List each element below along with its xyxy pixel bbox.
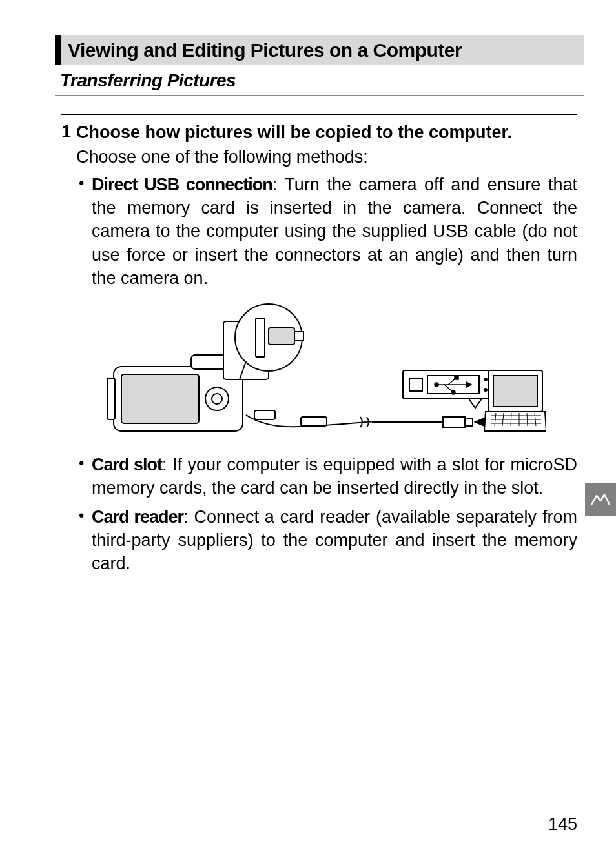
bullet-card-reader: Card reader: Connect a card reader (avai… xyxy=(76,505,577,576)
svg-marker-19 xyxy=(469,399,482,408)
svg-marker-33 xyxy=(484,412,546,431)
step-number: 1 xyxy=(61,121,71,142)
bullet-direct-usb: Direct USB connection: Turn the camera o… xyxy=(76,173,577,290)
bullet-text: : If your computer is equipped with a sl… xyxy=(92,455,577,498)
svg-rect-32 xyxy=(493,376,537,407)
svg-rect-28 xyxy=(455,376,458,379)
bullet-label: Card reader xyxy=(92,507,183,527)
svg-rect-20 xyxy=(409,378,422,391)
svg-point-22 xyxy=(484,378,487,381)
svg-point-4 xyxy=(212,394,222,404)
side-tab-connections-icon xyxy=(585,483,616,516)
section-header: Viewing and Editing Pictures on a Comput… xyxy=(55,35,584,65)
svg-rect-10 xyxy=(269,328,294,345)
subsection-heading: Transferring Pictures xyxy=(55,65,584,96)
svg-rect-2 xyxy=(107,378,115,419)
svg-rect-16 xyxy=(465,418,473,426)
svg-rect-13 xyxy=(254,410,275,419)
step-block: 1 Choose how pictures will be copied to … xyxy=(61,114,577,581)
svg-rect-9 xyxy=(256,318,265,357)
svg-point-23 xyxy=(484,389,487,391)
svg-rect-11 xyxy=(294,332,303,341)
connection-diagram xyxy=(76,302,577,444)
svg-rect-14 xyxy=(301,417,327,426)
bullet-card-slot: Card slot: If your computer is equipped … xyxy=(76,453,577,500)
svg-point-30 xyxy=(451,390,455,394)
svg-rect-1 xyxy=(121,374,199,423)
bullet-label: Direct USB connection xyxy=(92,175,272,194)
svg-point-24 xyxy=(435,383,438,387)
svg-marker-17 xyxy=(475,418,484,426)
step-intro: Choose one of the following methods: xyxy=(76,145,577,168)
step-title: Choose how pictures will be copied to th… xyxy=(76,121,577,144)
page-number: 145 xyxy=(548,814,577,834)
svg-rect-15 xyxy=(443,417,465,427)
bullet-label: Card slot xyxy=(92,455,162,474)
